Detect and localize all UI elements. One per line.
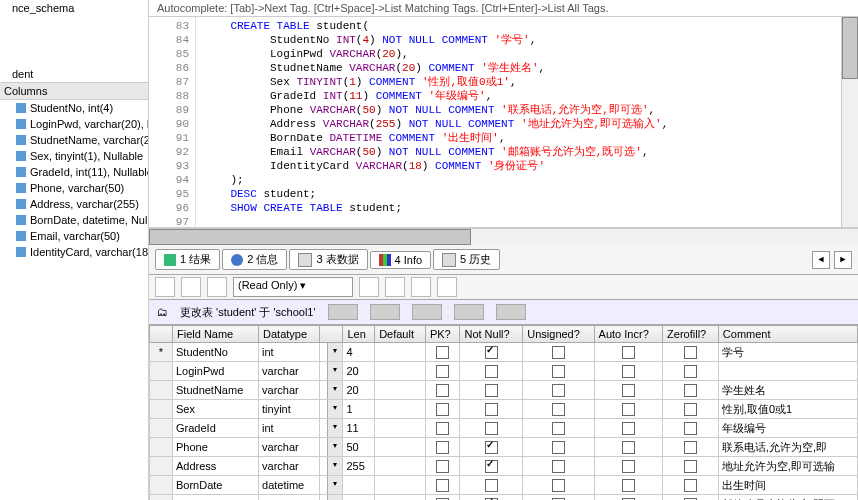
grid-header[interactable]: Zerofill? — [663, 326, 719, 343]
field-name-cell[interactable]: StudentNo — [173, 343, 259, 362]
dropdown-icon[interactable]: ▾ — [327, 400, 342, 418]
table-row[interactable]: Phonevarchar▾50联系电话,允许为空,即 — [150, 438, 858, 457]
sql-editor[interactable]: 8384858687888990919293949596979899100101… — [149, 17, 858, 228]
checkbox[interactable] — [684, 460, 697, 473]
comment-cell[interactable]: 学号 — [718, 343, 857, 362]
checkbox[interactable] — [552, 479, 565, 492]
autoincr-cell[interactable] — [594, 495, 663, 501]
pk-cell[interactable] — [425, 362, 460, 381]
dropdown-icon[interactable]: ▾ — [327, 457, 342, 475]
checkbox[interactable] — [622, 346, 635, 359]
checkbox[interactable] — [622, 441, 635, 454]
autoincr-cell[interactable] — [594, 362, 663, 381]
datatype-dropdown[interactable]: ▾ — [320, 495, 343, 501]
grid-header[interactable] — [320, 326, 343, 343]
default-cell[interactable] — [375, 381, 426, 400]
checkbox[interactable] — [485, 346, 498, 359]
datatype-cell[interactable]: int — [259, 419, 320, 438]
datatype-dropdown[interactable]: ▾ — [320, 362, 343, 381]
grid-header[interactable]: Auto Incr? — [594, 326, 663, 343]
notnull-cell[interactable] — [460, 438, 523, 457]
checkbox[interactable] — [436, 365, 449, 378]
columns-grid[interactable]: Field NameDatatypeLenDefaultPK?Not Null?… — [149, 325, 858, 500]
checkbox[interactable] — [622, 384, 635, 397]
checkbox[interactable] — [436, 384, 449, 397]
sidebar-column-item[interactable]: GradeId, int(11), Nullable — [0, 164, 148, 180]
autoincr-cell[interactable] — [594, 457, 663, 476]
unsigned-cell[interactable] — [523, 381, 594, 400]
toolbar-btn-3[interactable] — [207, 277, 227, 297]
nav-next-button[interactable]: ► — [834, 251, 852, 269]
nav-prev-button[interactable]: ◄ — [812, 251, 830, 269]
sidebar-column-item[interactable]: StudnetName, varchar(20) — [0, 132, 148, 148]
len-cell[interactable]: 50 — [343, 438, 375, 457]
grid-header[interactable]: Datatype — [259, 326, 320, 343]
zerofill-cell[interactable] — [663, 381, 719, 400]
datatype-dropdown[interactable]: ▾ — [320, 457, 343, 476]
table-row[interactable]: StudnetNamevarchar▾20学生姓名 — [150, 381, 858, 400]
datatype-dropdown[interactable]: ▾ — [320, 400, 343, 419]
comment-cell[interactable]: 性别,取值0或1 — [718, 400, 857, 419]
checkbox[interactable] — [684, 365, 697, 378]
default-cell[interactable] — [375, 438, 426, 457]
table-row[interactable]: Sextinyint▾1性别,取值0或1 — [150, 400, 858, 419]
dropdown-icon[interactable]: ▾ — [327, 381, 342, 399]
len-cell[interactable]: 50 — [343, 495, 375, 501]
zerofill-cell[interactable] — [663, 438, 719, 457]
datatype-cell[interactable]: varchar — [259, 362, 320, 381]
default-cell[interactable] — [375, 476, 426, 495]
checkbox[interactable] — [684, 479, 697, 492]
datatype-dropdown[interactable]: ▾ — [320, 419, 343, 438]
datatype-cell[interactable]: tinyint — [259, 400, 320, 419]
toolbar-btn-6[interactable] — [411, 277, 431, 297]
datatype-dropdown[interactable]: ▾ — [320, 438, 343, 457]
checkbox[interactable] — [552, 441, 565, 454]
pk-cell[interactable] — [425, 400, 460, 419]
datatype-cell[interactable]: varchar — [259, 381, 320, 400]
table-row[interactable]: BornDatedatetime▾出生时间 — [150, 476, 858, 495]
checkbox[interactable] — [552, 422, 565, 435]
checkbox[interactable] — [436, 346, 449, 359]
tab-history[interactable]: 5 历史 — [433, 249, 500, 270]
default-cell[interactable] — [375, 400, 426, 419]
sidebar-column-item[interactable]: StudentNo, int(4) — [0, 100, 148, 116]
comment-cell[interactable]: 出生时间 — [718, 476, 857, 495]
checkbox[interactable] — [436, 403, 449, 416]
default-cell[interactable] — [375, 419, 426, 438]
checkbox[interactable] — [622, 403, 635, 416]
datatype-dropdown[interactable]: ▾ — [320, 476, 343, 495]
zerofill-cell[interactable] — [663, 343, 719, 362]
toolbar-btn-2[interactable] — [181, 277, 201, 297]
grid-header[interactable]: Field Name — [173, 326, 259, 343]
datatype-dropdown[interactable]: ▾ — [320, 381, 343, 400]
grid-header[interactable]: Not Null? — [460, 326, 523, 343]
autoincr-cell[interactable] — [594, 343, 663, 362]
checkbox[interactable] — [485, 441, 498, 454]
notnull-cell[interactable] — [460, 343, 523, 362]
tree-columns-header[interactable]: Columns — [0, 82, 148, 100]
sidebar-column-item[interactable]: Address, varchar(255) — [0, 196, 148, 212]
table-row[interactable]: Addressvarchar▾255地址允许为空,即可选输 — [150, 457, 858, 476]
notnull-cell[interactable] — [460, 400, 523, 419]
tab-info2[interactable]: 4 Info — [370, 251, 432, 269]
notnull-cell[interactable] — [460, 419, 523, 438]
pk-cell[interactable] — [425, 476, 460, 495]
unsigned-cell[interactable] — [523, 457, 594, 476]
checkbox[interactable] — [684, 346, 697, 359]
comment-cell[interactable]: 学生姓名 — [718, 381, 857, 400]
checkbox[interactable] — [552, 346, 565, 359]
zerofill-cell[interactable] — [663, 476, 719, 495]
len-cell[interactable]: 1 — [343, 400, 375, 419]
checkbox[interactable] — [622, 365, 635, 378]
checkbox[interactable] — [436, 441, 449, 454]
table-row[interactable]: LoginPwdvarchar▾20 — [150, 362, 858, 381]
pk-cell[interactable] — [425, 457, 460, 476]
checkbox[interactable] — [552, 384, 565, 397]
autoincr-cell[interactable] — [594, 400, 663, 419]
checkbox[interactable] — [436, 479, 449, 492]
sidebar-column-item[interactable]: IdentityCard, varchar(18), — [0, 244, 148, 260]
comment-cell[interactable]: 地址允许为空,即可选输 — [718, 457, 857, 476]
dropdown-icon[interactable]: ▾ — [327, 495, 342, 500]
unsigned-cell[interactable] — [523, 476, 594, 495]
grid-header[interactable]: PK? — [425, 326, 460, 343]
